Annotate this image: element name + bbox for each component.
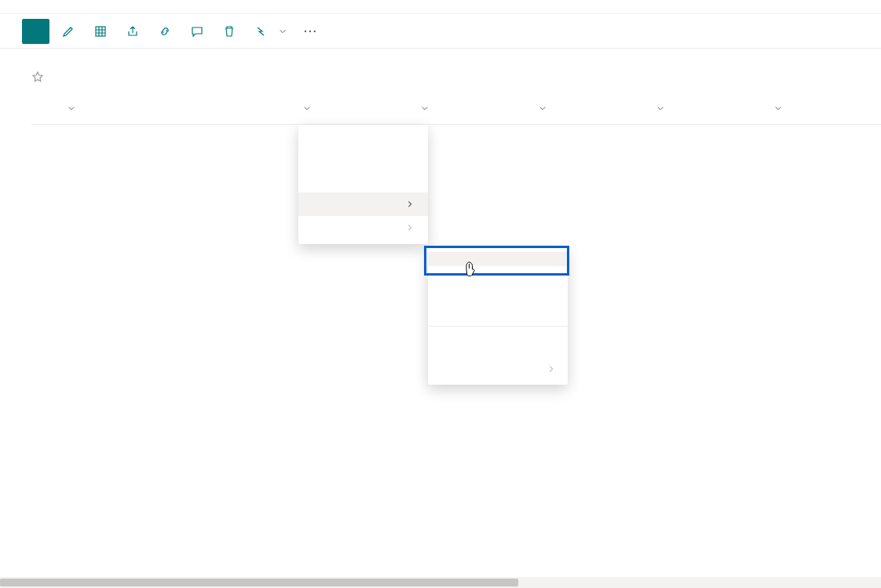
menu-sort-asc[interactable]: [298, 130, 428, 145]
automate-icon: [255, 25, 268, 38]
copy-link-button[interactable]: [157, 22, 178, 41]
menu-sort-desc[interactable]: [298, 145, 428, 161]
column-settings-submenu: [428, 247, 568, 385]
col-header-firstname[interactable]: [298, 104, 416, 112]
submenu-show-hide-cols[interactable]: [428, 344, 568, 358]
chevron-right-icon: [547, 365, 555, 373]
comment-icon: [191, 25, 203, 38]
chevron-down-icon: [656, 104, 664, 112]
chevron-down-icon: [539, 104, 547, 112]
favorite-star-icon[interactable]: [31, 71, 44, 86]
chevron-down-icon: [774, 104, 782, 112]
chevron-down-icon: [421, 104, 429, 112]
submenu-hide-column[interactable]: [428, 294, 568, 309]
col-header-lastname[interactable]: [416, 104, 534, 112]
comment-button[interactable]: [189, 22, 210, 41]
scrollbar-thumb[interactable]: [0, 579, 518, 586]
share-icon: [126, 25, 139, 38]
svg-rect-0: [96, 27, 105, 36]
submenu-pin-filters[interactable]: [428, 309, 568, 323]
chevron-right-icon: [406, 224, 414, 232]
menu-group-by[interactable]: [298, 177, 428, 192]
col-header-brand[interactable]: [770, 104, 881, 112]
horizontal-scrollbar[interactable]: [0, 577, 881, 588]
pencil-icon: [62, 25, 75, 38]
col-header-dob[interactable]: [534, 104, 652, 112]
submenu-content-type[interactable]: [428, 330, 568, 344]
col-header-title[interactable]: [63, 104, 298, 112]
submenu-move-right[interactable]: [428, 280, 568, 294]
new-button[interactable]: [22, 19, 49, 44]
submenu-edit[interactable]: [428, 252, 568, 266]
trash-icon: [223, 25, 236, 38]
automate-button[interactable]: [254, 22, 288, 41]
list-header: [0, 49, 881, 92]
menu-divider: [428, 326, 568, 327]
link-icon: [159, 25, 171, 38]
chevron-down-icon: [279, 27, 287, 35]
col-header-office[interactable]: [652, 104, 770, 112]
submenu-format-column[interactable]: [428, 266, 568, 280]
submenu-add-column[interactable]: [428, 358, 568, 380]
header-row: [31, 92, 881, 125]
command-bar: ···: [0, 14, 881, 49]
data-grid: [0, 92, 881, 189]
edit-button[interactable]: [60, 22, 82, 41]
menu-column-settings[interactable]: [298, 192, 428, 216]
delete-button[interactable]: [221, 22, 243, 41]
chevron-right-icon: [406, 200, 414, 208]
chevron-down-icon: [68, 104, 75, 112]
chevron-down-icon: [303, 104, 311, 112]
menu-totals[interactable]: [298, 216, 428, 239]
share-button[interactable]: [125, 22, 146, 41]
grid-icon: [94, 25, 107, 38]
menu-filter-by[interactable]: [298, 161, 428, 177]
column-context-menu: [298, 125, 428, 244]
more-button[interactable]: ···: [299, 25, 323, 38]
edit-grid-button[interactable]: [93, 22, 114, 41]
